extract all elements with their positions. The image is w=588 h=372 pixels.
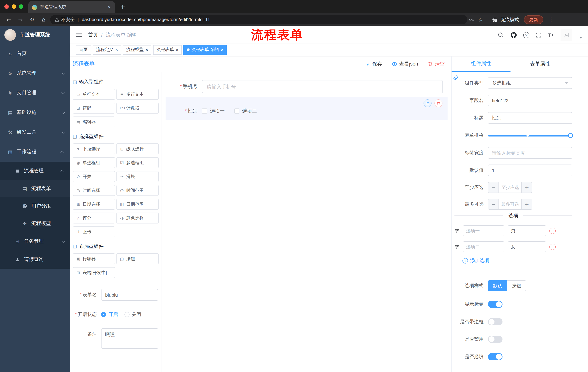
checkbox-option-one[interactable]: 选项一	[202, 108, 225, 114]
drag-handle-icon[interactable]	[454, 244, 460, 249]
tag-process-form[interactable]: 流程表单×	[153, 45, 182, 54]
hamburger-icon[interactable]	[76, 33, 82, 37]
delete-component-button[interactable]	[434, 99, 442, 107]
clear-button[interactable]: 清空	[428, 61, 445, 67]
font-size-icon[interactable]: TT	[548, 32, 554, 38]
gender-form-item-selected[interactable]: 性别 选项一 选项二	[166, 97, 448, 120]
max-select-value[interactable]: 最多可选	[498, 199, 522, 209]
browser-tab[interactable]: 芋道管理系统 ×	[28, 1, 115, 13]
drag-handle-icon[interactable]	[454, 228, 460, 233]
slider-handle[interactable]	[568, 133, 573, 138]
search-icon[interactable]	[498, 32, 504, 38]
option-label-input[interactable]	[463, 225, 504, 236]
sidebar-item-payment[interactable]: ¥支付管理	[0, 83, 70, 103]
decrease-button[interactable]: −	[488, 182, 498, 192]
fullscreen-icon[interactable]	[536, 32, 542, 38]
status-off-radio[interactable]: 关闭	[125, 309, 141, 320]
new-tab-button[interactable]: +	[120, 3, 125, 10]
tab-component-props[interactable]: 组件属性	[452, 56, 511, 72]
component-time-picker[interactable]: ◷时间选择	[73, 185, 115, 196]
component-time-range[interactable]: ◶时间范围	[116, 185, 159, 196]
link-icon[interactable]	[453, 75, 459, 82]
tab-form-props[interactable]: 表单属性	[511, 56, 569, 72]
add-option-button[interactable]: +添加选项	[462, 257, 572, 264]
sidebar-item-workflow[interactable]: ▧工作流程	[0, 142, 70, 162]
required-toggle[interactable]	[488, 353, 503, 360]
key-icon[interactable]	[469, 17, 474, 22]
tag-close-icon[interactable]: ×	[176, 47, 178, 52]
component-switch[interactable]: ⊙开关	[73, 171, 115, 182]
user-avatar[interactable]	[560, 29, 572, 41]
component-radio-group[interactable]: ◉单选框组	[73, 157, 115, 168]
component-multi-line-text[interactable]: ≡多行文本	[116, 89, 159, 100]
tag-close-icon[interactable]: ×	[115, 47, 118, 52]
slider-track[interactable]	[488, 135, 572, 136]
component-dropdown[interactable]: ▾下拉选择	[73, 143, 115, 154]
sidebar-item-home[interactable]: ⌂首页	[0, 44, 70, 63]
reload-icon[interactable]: ↻	[27, 15, 37, 25]
home-icon[interactable]: ⌂	[39, 15, 49, 25]
app-logo[interactable]: 芋道管理系统	[0, 26, 70, 44]
sidebar-item-task-management[interactable]: ⊟任务管理	[0, 232, 70, 250]
forward-icon[interactable]: →	[15, 15, 25, 25]
increase-button[interactable]: +	[522, 182, 532, 192]
checkbox-option-two[interactable]: 选项二	[234, 108, 257, 114]
view-json-button[interactable]: 查看json	[391, 61, 418, 67]
sidebar-item-infrastructure[interactable]: ▤基础设施	[0, 103, 70, 122]
component-date-range[interactable]: ▥日期范围	[116, 199, 159, 210]
tag-process-model[interactable]: 流程模型×	[123, 45, 151, 54]
url-bar[interactable]: 不安全 | dashboard.yudao.iocoder.cn/bpm/man…	[50, 15, 467, 24]
option-value-input[interactable]	[508, 225, 546, 236]
tag-close-icon[interactable]: ×	[146, 47, 148, 52]
checkbox-icon[interactable]	[234, 108, 239, 114]
browser-menu-icon[interactable]: ⋮	[548, 16, 554, 23]
option-label-input[interactable]	[463, 241, 504, 252]
decrease-button[interactable]: −	[488, 199, 498, 209]
status-on-radio[interactable]: 开启	[101, 309, 118, 320]
component-checkbox-group[interactable]: ☑多选框组	[116, 157, 159, 168]
disabled-toggle[interactable]	[488, 336, 503, 343]
sidebar-item-process-form[interactable]: ▤流程表单	[0, 180, 70, 197]
component-slider[interactable]: ⊸滑块	[116, 171, 159, 182]
close-window-button[interactable]	[4, 4, 9, 9]
not-secure-warning[interactable]: 不安全	[55, 17, 75, 23]
component-row-container[interactable]: ▣行容器	[73, 253, 115, 264]
option-value-input[interactable]	[508, 241, 546, 252]
component-color-picker[interactable]: ◑颜色选择	[116, 213, 159, 223]
component-upload[interactable]: ⇧上传	[73, 226, 115, 237]
show-label-toggle[interactable]	[488, 301, 503, 308]
component-table[interactable]: ⊞表格[开发中]	[73, 267, 115, 278]
default-value-input[interactable]	[488, 165, 572, 176]
form-name-input[interactable]	[101, 289, 158, 301]
title-input[interactable]	[488, 112, 572, 124]
component-editor[interactable]: ▤编辑器	[73, 117, 115, 128]
style-default-button[interactable]: 默认	[488, 280, 507, 291]
component-type-select[interactable]: 多选框组	[488, 77, 572, 89]
sidebar-item-leave-query[interactable]: ♟请假查询	[0, 250, 70, 269]
copy-component-button[interactable]	[423, 99, 431, 107]
tag-process-form-edit-active[interactable]: 流程表单-编辑×	[183, 45, 227, 54]
remove-option-button[interactable]: −	[549, 244, 556, 250]
checkbox-icon[interactable]	[202, 108, 207, 114]
bookmark-star-icon[interactable]: ☆	[476, 15, 486, 25]
browser-update-button[interactable]: 更新	[524, 15, 543, 24]
field-name-input[interactable]	[488, 95, 572, 106]
maximize-window-button[interactable]	[19, 4, 23, 9]
tag-home[interactable]: 首页	[76, 45, 91, 54]
form-canvas[interactable]: 手机号 性别	[162, 72, 451, 372]
phone-form-item[interactable]: 手机号	[166, 80, 448, 93]
tag-close-icon[interactable]: ×	[221, 47, 223, 52]
label-width-input[interactable]	[488, 147, 572, 159]
sidebar-item-process-model[interactable]: ✈流程模型	[0, 215, 70, 232]
sidebar-item-devtools[interactable]: ⚒研发工具	[0, 122, 70, 142]
component-single-line-text[interactable]: ▭单行文本	[73, 89, 115, 100]
remove-option-button[interactable]: −	[549, 228, 556, 234]
form-remark-textarea[interactable]: 嘿嘿	[101, 328, 158, 349]
avatar-caret-icon[interactable]	[579, 37, 582, 38]
component-rate[interactable]: ☆评分	[73, 213, 115, 223]
component-date-picker[interactable]: ▦日期选择	[73, 199, 115, 210]
min-select-value[interactable]: 至少应选	[498, 182, 522, 192]
sidebar-item-user-group[interactable]: ☻用户分组	[0, 197, 70, 215]
help-icon[interactable]: ?	[523, 32, 529, 38]
component-password[interactable]: ⊡密码	[73, 103, 115, 114]
